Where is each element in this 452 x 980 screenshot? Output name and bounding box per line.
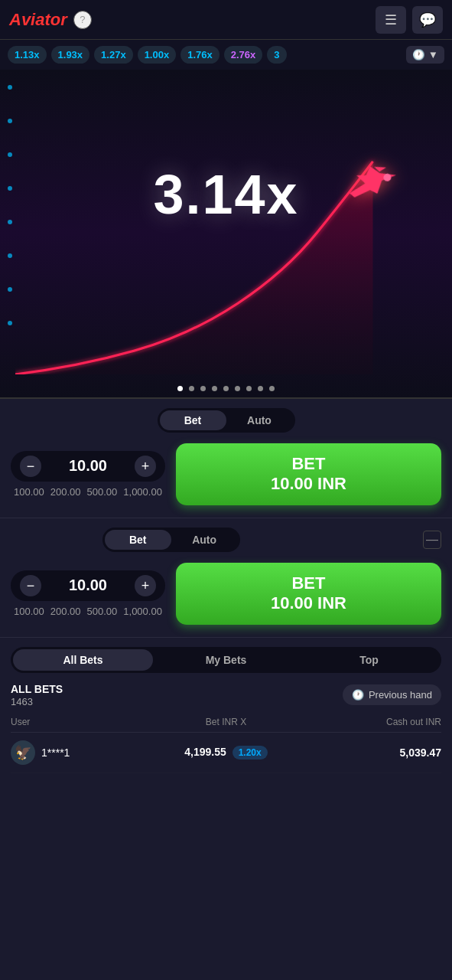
mult-badge-4[interactable]: 1.00x — [138, 46, 177, 64]
col-header-cashout: Cash out INR — [298, 717, 441, 727]
bet-multiplier: 1.20x — [233, 746, 268, 760]
user-name: 1****1 — [41, 746, 70, 759]
help-button[interactable]: ? — [73, 11, 92, 29]
header: Aviator ? ☰ 💬 — [0, 0, 452, 40]
tab-all-bets[interactable]: All Bets — [13, 649, 153, 671]
slide-dot-2 — [189, 386, 194, 391]
bet-row-user: 🦅 1****1 — [11, 740, 154, 765]
chat-icon: 💬 — [419, 11, 436, 28]
bet-tabs-2: Bet Auto — [102, 528, 240, 552]
tab-bet-1[interactable]: Bet — [160, 410, 226, 430]
tab-auto-2[interactable]: Auto — [171, 530, 238, 550]
chat-button[interactable]: 💬 — [412, 6, 443, 34]
tab-top[interactable]: Top — [299, 649, 439, 671]
decrease-btn-2[interactable]: − — [20, 575, 41, 596]
game-canvas-inner: 3.14x — [0, 70, 452, 397]
prev-hand-label: Previous hand — [369, 689, 432, 701]
minimize-panel-2[interactable]: — — [423, 531, 441, 549]
dot-7 — [8, 287, 12, 292]
quick-1000-1[interactable]: 1,000.00 — [123, 486, 162, 498]
dot-6 — [8, 253, 12, 258]
menu-button[interactable]: ☰ — [376, 6, 406, 34]
bet-panel-2: Bet Auto — − 10.00 + 100.00 200.00 500.0… — [0, 518, 452, 638]
bet-row-cashout: 5,039.47 — [298, 746, 441, 759]
bets-header: ALL BETS 1463 🕐 Previous hand — [11, 682, 441, 707]
dot-indicators — [8, 85, 12, 325]
quick-100-2[interactable]: 100.00 — [14, 606, 44, 617]
tab-bet-2[interactable]: Bet — [105, 530, 171, 550]
decrease-btn-1[interactable]: − — [20, 456, 41, 477]
prev-hand-icon: 🕐 — [352, 689, 364, 701]
table-row: 🦅 1****1 4,199.55 1.20x 5,039.47 — [11, 733, 441, 773]
menu-icon: ☰ — [385, 11, 397, 28]
mult-badge-1[interactable]: 1.13x — [8, 46, 47, 64]
dot-3 — [8, 152, 12, 157]
quick-amounts-1: 100.00 200.00 500.00 1,000.00 — [11, 486, 165, 498]
bet-tabs-1: Bet Auto — [158, 408, 295, 433]
bet-button-2[interactable]: BET 10.00 INR — [176, 563, 441, 625]
slide-dot-7 — [246, 386, 252, 391]
logo: Aviator — [9, 10, 67, 30]
amount-value-2: 10.00 — [47, 577, 128, 594]
prev-hand-button[interactable]: 🕐 Previous hand — [343, 684, 441, 705]
amount-row-2: − 10.00 + — [11, 570, 165, 601]
bet-controls-1: − 10.00 + 100.00 200.00 500.00 1,000.00 … — [11, 443, 441, 505]
quick-500-1[interactable]: 500.00 — [87, 486, 118, 498]
dot-8 — [8, 321, 12, 325]
bet-btn-label-2: BET — [184, 573, 434, 593]
game-graph — [15, 114, 444, 374]
quick-200-1[interactable]: 200.00 — [50, 486, 81, 498]
tab-my-bets[interactable]: My Bets — [156, 649, 296, 671]
game-canvas: 3.14x — [0, 70, 452, 399]
slide-dot-3 — [200, 386, 206, 391]
bets-table-header: User Bet INR X Cash out INR — [11, 714, 441, 733]
bets-title-block: ALL BETS 1463 — [11, 682, 63, 707]
col-header-bet: Bet INR X — [154, 717, 298, 727]
slide-dot-9 — [269, 386, 275, 391]
dot-5 — [8, 220, 12, 224]
amount-value-1: 10.00 — [47, 457, 128, 475]
slide-dot-4 — [212, 386, 217, 391]
amount-row-1: − 10.00 + — [11, 451, 165, 482]
dot-4 — [8, 186, 12, 191]
game-multiplier: 3.14x — [153, 163, 298, 226]
bet-button-1[interactable]: BET 10.00 INR — [176, 443, 441, 505]
header-left: Aviator ? — [9, 10, 92, 30]
bet-panel-1: Bet Auto − 10.00 + 100.00 200.00 500.00 … — [0, 399, 452, 518]
slide-dot-6 — [235, 386, 240, 391]
bets-tabs: All Bets My Bets Top — [11, 647, 441, 673]
increase-btn-1[interactable]: + — [135, 456, 156, 477]
avatar: 🦅 — [11, 740, 35, 765]
slide-dot-5 — [223, 386, 229, 391]
bet-controls-2: − 10.00 + 100.00 200.00 500.00 1,000.00 … — [11, 563, 441, 625]
mult-badge-5[interactable]: 1.76x — [180, 46, 219, 64]
increase-btn-2[interactable]: + — [135, 575, 156, 596]
bet-btn-label-1: BET — [184, 454, 434, 474]
mult-badge-6[interactable]: 2.76x — [224, 46, 263, 64]
bet-btn-amount-2: 10.00 INR — [184, 593, 434, 613]
slide-dots — [0, 386, 452, 391]
dot-1 — [8, 85, 12, 90]
quick-1000-2[interactable]: 1,000.00 — [123, 606, 162, 617]
bets-section: All Bets My Bets Top ALL BETS 1463 🕐 Pre… — [0, 638, 452, 782]
bets-title: ALL BETS — [11, 682, 63, 696]
header-right: ☰ 💬 — [376, 6, 443, 34]
quick-amounts-2: 100.00 200.00 500.00 1,000.00 — [11, 606, 165, 617]
amount-control-2: − 10.00 + 100.00 200.00 500.00 1,000.00 — [11, 570, 165, 617]
quick-500-2[interactable]: 500.00 — [87, 606, 118, 617]
slide-dot-8 — [258, 386, 263, 391]
slide-dot-1 — [177, 386, 183, 391]
quick-100-1[interactable]: 100.00 — [14, 486, 44, 498]
history-button[interactable]: 🕐 ▼ — [406, 46, 444, 64]
dropdown-icon: ▼ — [428, 49, 438, 60]
amount-control-1: − 10.00 + 100.00 200.00 500.00 1,000.00 — [11, 451, 165, 498]
quick-200-2[interactable]: 200.00 — [50, 606, 81, 617]
mult-badge-3[interactable]: 1.27x — [94, 46, 133, 64]
history-icon: 🕐 — [412, 49, 425, 60]
mult-badge-2[interactable]: 1.93x — [51, 46, 90, 64]
mult-badge-7[interactable]: 3 — [267, 46, 286, 64]
bet-btn-amount-1: 10.00 INR — [184, 474, 434, 494]
col-header-user: User — [11, 717, 154, 727]
tab-auto-1[interactable]: Auto — [226, 410, 293, 430]
multiplier-bar: 1.13x 1.93x 1.27x 1.00x 1.76x 2.76x 3 🕐 … — [0, 40, 452, 70]
